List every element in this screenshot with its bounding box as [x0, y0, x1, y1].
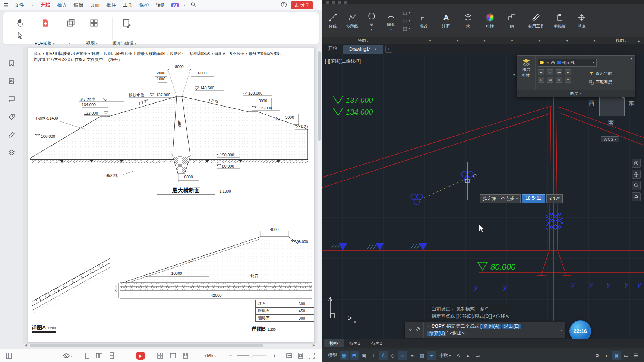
hatch-block[interactable] [546, 213, 564, 230]
layer-tool-icon[interactable]: ▯ [556, 77, 562, 83]
export-image-caret[interactable]: ▾ [69, 41, 70, 45]
zoom-in-icon[interactable]: + [273, 352, 276, 359]
menu-tab-convert[interactable]: 转换 [155, 0, 166, 10]
menu-tab-insert[interactable]: 插入 [57, 0, 68, 10]
layer-panel-footer[interactable]: 图层▾ [517, 90, 635, 97]
eye-icon[interactable] [63, 352, 70, 359]
layer-tool-icon[interactable]: ▾ [565, 77, 571, 83]
search-icon[interactable] [190, 2, 196, 9]
layer-dropdown[interactable]: ☼ 剖面线 ▾ [538, 59, 597, 67]
hand-tool-icon[interactable] [15, 18, 25, 28]
eye-caret[interactable]: ▾ [71, 352, 75, 359]
vertical-scrollbar[interactable] [318, 48, 321, 342]
horizontal-scrollbar[interactable]: ◀ ▶ [25, 343, 315, 348]
read-edit-icon[interactable] [122, 18, 132, 28]
ortho-toggle-icon[interactable]: ⊥ [369, 351, 378, 360]
isometric-icon[interactable]: ◇ [388, 351, 397, 360]
wcs-indicator[interactable]: WCS ▾ [601, 136, 619, 142]
zoom-level[interactable]: 75% ▾ [204, 353, 216, 358]
panel-caret[interactable]: ▾ [594, 38, 595, 42]
menu-tab-protect[interactable]: 保护 [139, 0, 150, 10]
menu-tab-tools[interactable]: 工具 [122, 0, 133, 10]
scroll-right-icon[interactable]: ▶ [313, 343, 315, 347]
bookmark-icon[interactable] [8, 60, 15, 67]
new-tab-button[interactable]: + [385, 46, 392, 53]
clipboard-button[interactable]: 剪贴板 [550, 13, 569, 29]
more-icon[interactable]: ⋯ [30, 2, 35, 8]
option-undo[interactable]: 放弃(U) [427, 331, 446, 336]
pan-icon[interactable] [632, 170, 641, 179]
menu-tab-comment[interactable]: 批注 [106, 0, 117, 10]
layer-tool-icon[interactable]: ▸ [565, 69, 571, 75]
upload-icon[interactable] [281, 1, 287, 9]
bulb-on-icon[interactable] [540, 61, 544, 64]
clock-widget[interactable]: 22:16 [569, 320, 591, 339]
menu-file[interactable]: 文件 [14, 0, 25, 10]
facing-pages-icon[interactable] [169, 352, 177, 359]
tab-start[interactable]: 开始 [322, 44, 343, 54]
ai-icon[interactable]: AI [171, 3, 179, 7]
infer-constraints-icon[interactable]: ▣ [359, 351, 368, 360]
hardware-acceleration-icon[interactable]: ◉ [612, 351, 621, 360]
panel-caret[interactable]: ▾ [511, 38, 513, 42]
steering-wheel-icon[interactable] [632, 159, 641, 168]
pdf-convert-icon[interactable] [41, 18, 50, 28]
thumbnail-icon[interactable] [8, 77, 15, 85]
bookmark-view-icon[interactable] [182, 352, 189, 359]
panel-caret[interactable]: ▾ [457, 38, 458, 42]
circle-button[interactable]: 圆 ▾ [362, 11, 381, 31]
chevron-right-icon[interactable]: › [184, 2, 185, 8]
tab-layout1[interactable]: 布局1 [344, 339, 366, 347]
sun-icon[interactable]: ☼ [546, 60, 549, 65]
annotate-button[interactable]: A 注释 [436, 13, 456, 29]
match-layer-button[interactable]: 匹配图层 [589, 79, 632, 86]
clean-screen-icon[interactable]: ▭ [622, 351, 631, 360]
view-panel-label[interactable]: 视图 ▾ [616, 38, 626, 44]
tab-model[interactable]: 模型 [324, 339, 344, 347]
share-button[interactable]: 分享 [291, 1, 313, 9]
lock-icon[interactable] [551, 60, 555, 65]
snap-toggle-icon[interactable]: ⊞ [350, 351, 359, 360]
presentation-play-button[interactable]: ▶ [136, 352, 145, 360]
transparency-icon[interactable]: ▩ [417, 351, 426, 360]
block-button[interactable]: 块 [458, 13, 478, 29]
tab-layer[interactable]: 图层 [522, 67, 530, 72]
grid-toggle-icon[interactable]: ▦ [340, 351, 349, 360]
command-expand-icon[interactable]: ▴ [558, 328, 565, 332]
orbit-icon[interactable] [632, 192, 641, 201]
hamburger-icon[interactable]: ☰ [4, 2, 9, 8]
quick-access-icon[interactable] [338, 1, 341, 4]
draw-panel-label[interactable]: 绘图 ▾ [358, 38, 369, 44]
rectangle-tool[interactable]: ▾ [402, 10, 410, 16]
panel-caret[interactable]: ▾ [566, 38, 568, 42]
units-selector[interactable]: 小数 ▾ [439, 352, 451, 359]
lineweight-icon[interactable]: ≡ [408, 351, 417, 360]
workspace-gear-icon[interactable]: ⚙ [593, 351, 602, 360]
ellipse-tool[interactable]: ▾ [402, 18, 410, 24]
grid-view-icon[interactable] [157, 352, 164, 359]
close-icon[interactable]: ✕ [374, 47, 377, 52]
command-window[interactable]: ✕ »COPY指定第二个点或 [阵列(A)退出(E) 放弃(U)] <退出>: … [405, 321, 565, 339]
close-icon[interactable]: ✕ [630, 57, 633, 61]
dynamic-input-toggle-icon[interactable]: + [427, 351, 436, 360]
read-edit-label[interactable]: 阅读与编辑 ▾ [112, 41, 136, 46]
fit-width-icon[interactable] [285, 352, 293, 359]
signature-pen-icon[interactable] [8, 131, 15, 139]
quick-access-icon[interactable] [344, 1, 347, 4]
layer-color-swatch[interactable] [557, 61, 561, 64]
fullscreen-icon[interactable] [308, 352, 315, 359]
menu-tab-home[interactable]: 开始 [40, 0, 51, 10]
layer-tool-icon[interactable]: ▤ [547, 77, 553, 83]
annotation-visibility-icon[interactable]: A [454, 351, 463, 360]
zoom-slider[interactable] [237, 355, 267, 356]
modify-button[interactable]: 修改 [414, 13, 434, 29]
polar-tracking-icon[interactable]: ∠ [379, 351, 388, 360]
scroll-left-icon[interactable]: ◀ [25, 343, 27, 347]
layer-tool-icon[interactable]: ◘ [547, 69, 553, 75]
layer-tool-icon[interactable]: ■ [538, 69, 544, 75]
tab-drawing1[interactable]: Drawing1*✕ [343, 45, 383, 54]
osnap-toggle-icon[interactable]: ⌔ [398, 351, 407, 360]
layer-tool-icon[interactable]: ◇ [538, 77, 544, 83]
viewport-controls[interactable]: [-][俯视][二维线框] [325, 58, 361, 64]
group-button[interactable]: 组 [502, 13, 522, 29]
